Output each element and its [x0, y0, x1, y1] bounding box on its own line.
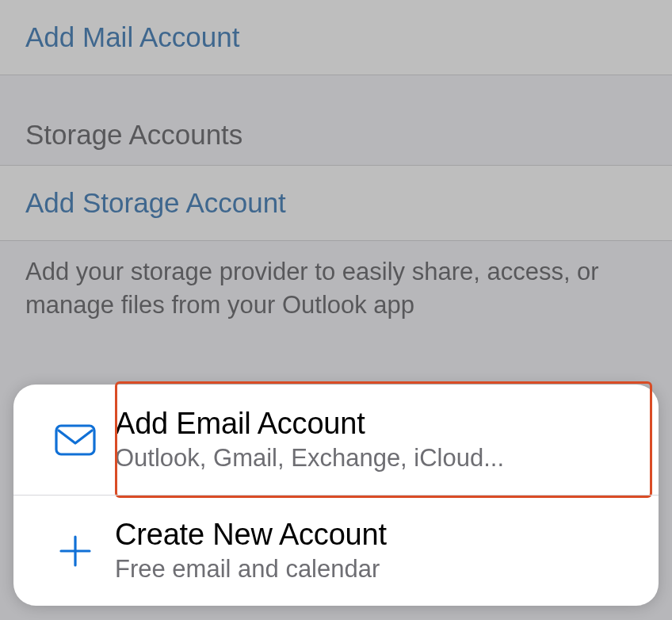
- add-account-action-sheet: Add Email Account Outlook, Gmail, Exchan…: [13, 385, 659, 606]
- storage-accounts-section: Add Storage Account: [0, 165, 672, 241]
- create-new-account-title: Create New Account: [115, 518, 387, 552]
- add-email-account-subtitle: Outlook, Gmail, Exchange, iCloud...: [115, 444, 504, 473]
- add-email-account-item[interactable]: Add Email Account Outlook, Gmail, Exchan…: [13, 385, 659, 495]
- add-email-account-text: Add Email Account Outlook, Gmail, Exchan…: [115, 407, 504, 473]
- create-new-account-item[interactable]: Create New Account Free email and calend…: [13, 495, 659, 606]
- add-mail-account-label: Add Mail Account: [25, 21, 239, 52]
- add-storage-account-row[interactable]: Add Storage Account: [0, 165, 672, 241]
- storage-accounts-footer: Add your storage provider to easily shar…: [0, 241, 672, 339]
- mail-icon: [36, 424, 115, 456]
- add-email-account-title: Add Email Account: [115, 407, 504, 441]
- add-storage-account-label: Add Storage Account: [25, 187, 286, 218]
- storage-accounts-header: Storage Accounts: [0, 75, 672, 165]
- settings-list: Add Mail Account Storage Accounts Add St…: [0, 0, 672, 339]
- svg-rect-0: [56, 426, 94, 454]
- create-new-account-subtitle: Free email and calendar: [115, 555, 387, 584]
- mail-accounts-section: Add Mail Account: [0, 0, 672, 75]
- create-new-account-text: Create New Account Free email and calend…: [115, 518, 387, 584]
- add-mail-account-row[interactable]: Add Mail Account: [0, 0, 672, 75]
- plus-icon: [36, 534, 115, 568]
